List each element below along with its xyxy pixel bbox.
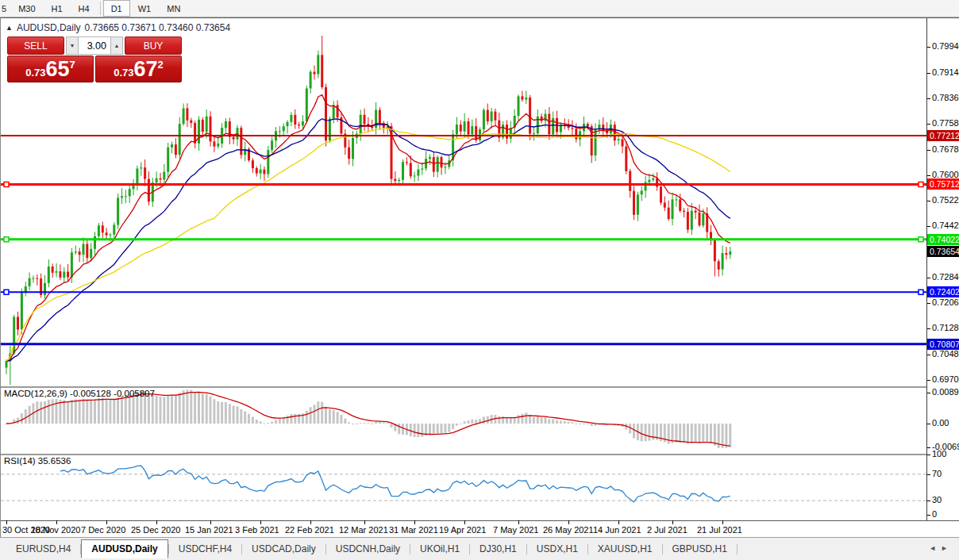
date-axis-tick [464,520,465,524]
chart-tab-gbpusd-h1[interactable]: GBPUSD,H1 [663,541,737,558]
chart-tab-usdcad-daily[interactable]: USDCAD,Daily [242,541,325,558]
tab-separator [737,544,738,554]
chart-ohlc-values: 0.73665 0.73671 0.73460 0.73654 [85,22,231,33]
chart-tab-xauusd-h1[interactable]: XAUUSD,H1 [588,541,662,558]
date-axis-label: 7 Dec 2020 [81,525,125,535]
price-axis-label: 0.74420 [932,221,959,230]
date-axis-label: 22 Feb 2021 [285,525,334,535]
timeframe-button-m30[interactable]: M30 [10,0,43,17]
date-axis-tick [518,520,519,524]
rsi-axis-tick [927,501,930,501]
price-axis-tick [927,380,930,381]
date-axis-label: 31 Mar 2021 [389,525,438,535]
macd-axis-tick [927,447,930,448]
date-axis-tick [414,520,415,524]
timeframe-toolbar: 5M30H1H4D1W1MN [0,0,959,17]
level-price-flag: 0.72402 [927,286,959,297]
date-axis-label: 19 Apr 2021 [439,525,486,535]
date-axis-label: 21 Jul 2021 [697,525,742,535]
macd-indicator-label: MACD(12,26,9) -0.005128 -0.005807 [4,389,155,398]
date-axis-label: 18 Nov 2020 [31,525,80,535]
price-axis-label: 0.79140 [932,67,959,77]
price-axis-tick [927,150,930,151]
buy-price-prefix: 0.73 [114,67,133,79]
timeframe-button-mn[interactable]: MN [159,0,188,17]
chart-tab-usdcnh-daily[interactable]: USDCNH,Daily [326,541,410,558]
date-axis-tick [618,520,619,524]
date-axis-tick [210,520,211,524]
symbol-tab-bar: EURUSD,H4AUDUSD,DailyUSDCHF,H4USDCAD,Dai… [0,537,959,560]
volume-increase-icon[interactable]: ▲ [110,36,123,55]
date-axis-tick [106,520,107,524]
chart-tab-eurusd-h4[interactable]: EURUSD,H4 [6,541,80,558]
rsi-panel-separator[interactable] [1,454,926,455]
price-axis-tick [927,98,930,99]
timeframe-button-w1[interactable]: W1 [130,0,160,17]
macd-axis-label: 0.008903 [932,387,959,397]
date-axis-label: 26 May 2021 [543,525,594,535]
timeframe-button-d1[interactable]: D1 [103,0,130,17]
volume-spinner: ▼ ▲ [66,36,123,55]
collapse-trade-panel-icon[interactable]: ▲ [6,24,13,32]
chart-window: ▲ AUDUSD,Daily 0.73665 0.73671 0.73460 0… [0,17,959,537]
rsi-axis-label: 70 [932,469,942,478]
current-price-flag: 0.73654 [927,246,959,257]
price-axis-tick [927,226,930,227]
macd-panel-separator[interactable] [1,386,926,388]
tab-scroll-left-icon[interactable]: ◄ [929,544,941,552]
date-axis-tick [56,520,57,524]
date-axis-label: 2 Jul 2021 [647,525,687,535]
sell-button[interactable]: SELL [7,36,64,55]
macd-axis-tick [927,393,930,393]
macd-axis-tick [927,424,930,424]
rsi-axis-tick [927,515,930,516]
date-axis-tick [722,520,723,524]
rsi-axis-label: 30 [932,495,942,504]
price-axis-tick [927,278,930,278]
rsi-axis-tick [927,474,930,475]
date-axis-label: 14 Jun 2021 [593,525,641,535]
rsi-axis-label: 0 [932,509,937,519]
chart-tab-ukoil-h1[interactable]: UKOil,H1 [410,541,469,558]
rsi-axis-label: 100 [932,449,946,458]
price-axis-label: 0.69700 [932,374,959,384]
chart-tab-usdx-h1[interactable]: USDX,H1 [527,541,587,558]
date-axis-label: 7 May 2021 [493,525,538,535]
timeframe-button-h1[interactable]: H1 [44,0,71,17]
sell-price-digits: 65 [46,58,70,80]
chart-symbol-label: AUDUSD,Daily [17,22,81,33]
level-price-flag: 0.70807 [927,339,959,350]
date-axis-label: 3 Feb 2021 [235,525,279,535]
tab-scroll-right-icon[interactable]: ► [941,544,953,552]
date-axis-tick [260,520,261,524]
tab-scroll-arrows[interactable]: ◄► [929,544,953,552]
sell-price-prefix: 0.73 [25,67,45,79]
macd-axis-label: 0.00 [932,418,949,428]
chart-legend: ▲ AUDUSD,Daily 0.73665 0.73671 0.73460 0… [6,22,230,33]
level-price-flag: 0.74022 [927,234,959,245]
chart-tab-audusd-daily[interactable]: AUDUSD,Daily [81,539,168,558]
volume-input[interactable] [79,36,110,55]
timeframe-button-5[interactable]: 5 [0,0,10,17]
price-axis-tick [927,355,930,355]
date-axis-tick [364,520,365,524]
date-axis-tick [6,520,7,524]
sell-price-box[interactable]: 0.73 65 7 [7,56,94,82]
date-axis-tick [310,520,311,524]
timeframe-button-h4[interactable]: H4 [71,0,98,17]
buy-price-box[interactable]: 0.73 67 2 [95,56,182,82]
date-axis-border [1,520,959,521]
chart-tab-usdchf-h4[interactable]: USDCHF,H4 [169,541,241,558]
price-chart-canvas [1,18,959,538]
level-price-flag: 0.75712 [927,178,959,190]
price-axis-label: 0.75220 [932,195,959,205]
rsi-indicator-label: RSI(14) 35.6536 [4,456,71,466]
volume-decrease-icon[interactable]: ▼ [66,36,79,55]
price-axis-tick [927,47,930,48]
date-axis-tick [156,520,157,524]
price-axis-label: 0.78360 [932,93,959,102]
buy-price-pipette: 2 [158,59,164,71]
sell-price-pipette: 7 [70,59,75,71]
chart-tab-dj30-h1[interactable]: DJ30,H1 [470,541,526,558]
buy-button[interactable]: BUY [125,36,182,55]
